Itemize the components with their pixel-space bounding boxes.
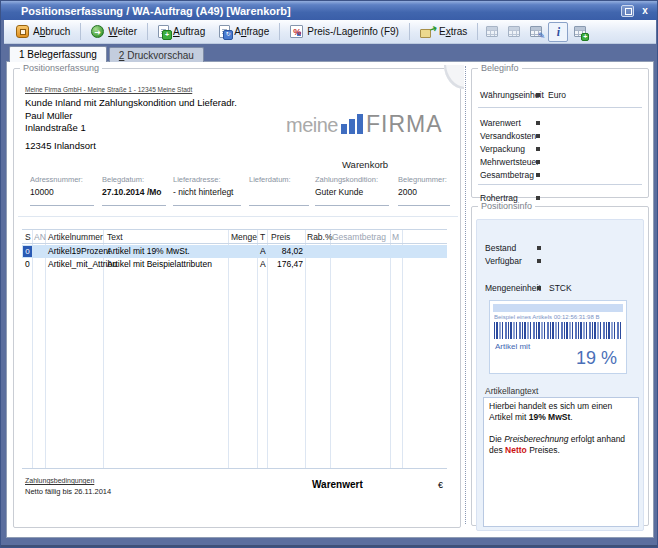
column-header-text[interactable]: Text (107, 232, 123, 243)
continue-icon (91, 25, 104, 38)
table-header: S AN Artikelnummer Text Menge T Preis Ra… (22, 230, 447, 244)
column-header-rabatt[interactable]: Rab.% (307, 232, 333, 243)
toolbar-separator (147, 23, 148, 40)
column-header-m[interactable]: M (392, 232, 399, 243)
positions-table: S AN Artikelnummer Text Menge T Preis Ra… (22, 229, 447, 469)
table-view-alt-button[interactable] (504, 22, 524, 42)
extras-button[interactable]: Extras (413, 22, 474, 42)
column-header-s[interactable]: S (25, 232, 31, 243)
inquiry-icon (219, 25, 230, 38)
longtext-paragraph: Die Preisberechnung erfolgt anhand des N… (489, 434, 633, 456)
image-text-line2: 19 % (576, 347, 617, 369)
equals-icon (536, 196, 540, 200)
field-label: Belegdatum: (102, 175, 166, 184)
toolbar-separator (409, 23, 410, 40)
field-belegnummer: Belegnummer: 2000 (398, 175, 450, 206)
table-row[interactable]: 0 Artikel19Prozent Artikel mit 19% MwSt.… (22, 245, 447, 258)
field-value[interactable]: 27.10.2014 /Mo (102, 187, 166, 197)
order-button[interactable]: Auftrag (151, 22, 212, 42)
toolbar-separator (279, 23, 280, 40)
extras-icon (420, 25, 435, 39)
restore-window-button[interactable] (621, 5, 634, 17)
edit-table-button[interactable]: ✎ (526, 22, 546, 42)
equals-icon (537, 259, 541, 263)
table-row[interactable]: 0 Artikel_mit_Attribu Artikel mit Beispi… (22, 258, 447, 271)
cell-artikelnummer: Artikel19Prozent (48, 245, 110, 258)
logo-word-meine: meine (286, 115, 338, 135)
equals-icon (536, 134, 540, 138)
title-bar: Positionserfassung / WA-Auftrag (A49) [W… (1, 1, 657, 20)
info-row-mehrwertsteuer: Mehrwertsteuer (480, 156, 644, 167)
document-title: Warenkorb (342, 159, 388, 170)
field-label: Zahlungskondition: (315, 175, 389, 184)
cell-text: Artikel mit 19% MwSt. (107, 245, 190, 258)
artikellangtext-label: Artikellangtext (485, 386, 538, 396)
info-row-verpackung: Verpackung (480, 143, 644, 154)
info-row-bestand: Bestand (485, 242, 549, 253)
info-row-gesamtbetrag: Gesamtbetrag (480, 169, 644, 180)
field-value[interactable]: - nicht hinterlegt (173, 187, 241, 197)
continue-button[interactable]: Weiter (84, 22, 144, 42)
positionsinfo-panel: Bestand Verfügbar Mengeneinheit STCK Be (476, 219, 644, 531)
close-window-button[interactable]: x (639, 5, 651, 17)
positionsinfo-group: Positionsinfo Bestand Verfügbar Mengenei… (471, 202, 649, 526)
info-button[interactable]: i (548, 22, 568, 42)
column-header-preis[interactable]: Preis (271, 232, 290, 243)
cell-status: 0 (25, 258, 30, 271)
cancel-icon (16, 25, 29, 38)
total-label: Warenwert (312, 479, 363, 490)
field-adressnummer: Adressnummer: 10000 (30, 175, 94, 206)
table-view-button[interactable] (482, 22, 502, 42)
image-caption: Beispiel eines Artikels 00:12:56:31:98 B (494, 314, 624, 320)
image-text-line1: Artikel mit (495, 342, 530, 351)
toolbar: Abbruch Weiter Auftrag Anfrage Preis-/La… (4, 20, 656, 44)
positionsinfo-group-label: Positionsinfo (478, 202, 535, 211)
cell-t: A (260, 258, 266, 271)
toolbar-separator (80, 23, 81, 40)
field-value[interactable]: 10000 (30, 187, 94, 197)
abort-button[interactable]: Abbruch (9, 22, 77, 42)
tab-strip: 1 Belegerfassung 2 Druckvorschau (9, 46, 204, 62)
toolbar-separator (477, 23, 478, 40)
panel-splitter[interactable] (465, 66, 466, 524)
field-value[interactable]: Guter Kunde (315, 187, 389, 197)
payment-terms-value: Netto fällig bis 26.11.2014 (25, 487, 111, 496)
recipient-street: Inlandstraße 1 (25, 122, 86, 133)
tab-druckvorschau[interactable]: 2 Druckvorschau (109, 47, 204, 62)
logo-word-firma: FIRMA (366, 114, 443, 135)
price-stock-info-button[interactable]: Preis-/Lagerinfo (F9) (283, 22, 406, 42)
positionserfassung-group-label: Positionserfassung (20, 64, 102, 73)
recipient-contact: Paul Müller (25, 110, 73, 121)
inquiry-button[interactable]: Anfrage (212, 22, 276, 42)
equals-icon (537, 286, 541, 290)
cell-preis: 84,02 (267, 245, 303, 258)
beleginfo-group-label: Beleginfo (478, 64, 522, 73)
content-area: Positionserfassung Meine Firma GmbH - Me… (6, 61, 654, 538)
equals-icon (536, 173, 540, 177)
currency-symbol: € (438, 480, 443, 490)
column-header-an[interactable]: AN (34, 232, 46, 243)
artikellangtext-box: Hierbei handelt es sich um einen Artikel… (483, 397, 639, 527)
table-view-icon (486, 26, 498, 37)
recipient-city: 12345 Inlandsort (25, 140, 96, 151)
tab-belegerfassung[interactable]: 1 Belegerfassung (9, 46, 107, 62)
field-label: Lieferadresse: (173, 175, 241, 184)
info-row-mengeneinheit: Mengeneinheit STCK (485, 282, 572, 293)
column-header-artikelnummer[interactable]: Artikelnummer (48, 232, 103, 243)
plus-icon: + (581, 33, 589, 41)
info-icon: i (557, 26, 560, 38)
equals-icon (537, 246, 541, 250)
positionserfassung-group: Positionserfassung Meine Firma GmbH - Me… (13, 64, 461, 528)
add-table-button[interactable]: + (570, 22, 590, 42)
app-window: Positionserfassung / WA-Auftrag (A49) [W… (0, 0, 658, 548)
column-header-gesamtbetrag[interactable]: Gesamtbetrag (332, 232, 386, 243)
field-lieferadresse: Lieferadresse: - nicht hinterlegt (173, 175, 241, 206)
logo-bars-icon (341, 114, 363, 134)
field-value[interactable]: 2000 (398, 187, 450, 197)
header-divider (18, 216, 458, 217)
column-header-t[interactable]: T (260, 232, 265, 243)
equals-icon (536, 160, 540, 164)
info-row-warenwert: Warenwert (480, 117, 644, 128)
column-header-menge[interactable]: Menge (231, 232, 257, 243)
selected-status-cell[interactable]: 0 (23, 246, 32, 257)
